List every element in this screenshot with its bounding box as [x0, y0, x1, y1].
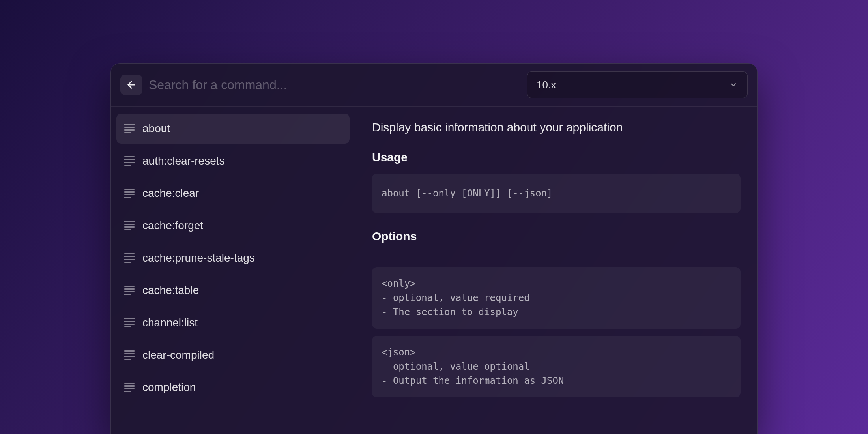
- command-detail-pane: Display basic information about your app…: [355, 107, 757, 425]
- list-lines-icon: [124, 350, 135, 360]
- list-lines-icon: [124, 156, 135, 166]
- sidebar-item-label: cache:forget: [142, 219, 203, 232]
- option-block: <json> - optional, value optional - Outp…: [372, 336, 741, 397]
- content-area: aboutauth:clear-resetscache:clearcache:f…: [111, 107, 757, 425]
- version-select[interactable]: 10.x: [527, 71, 748, 98]
- sidebar-item-label: cache:clear: [142, 187, 199, 200]
- sidebar-item-command[interactable]: clear-compiled: [116, 340, 350, 370]
- sidebar-item-label: clear-compiled: [142, 349, 214, 361]
- sidebar-item-command[interactable]: auth:clear-resets: [116, 146, 350, 176]
- sidebar-item-command[interactable]: channel:list: [116, 308, 350, 338]
- options-heading: Options: [372, 230, 741, 243]
- sidebar-item-command[interactable]: about: [116, 114, 350, 144]
- sidebar-item-label: cache:table: [142, 284, 199, 297]
- sidebar-item-command[interactable]: completion: [116, 372, 350, 402]
- options-divider: [372, 253, 741, 253]
- header-bar: 10.x: [111, 64, 757, 107]
- list-lines-icon: [124, 189, 135, 198]
- list-lines-icon: [124, 221, 135, 230]
- sidebar-item-label: completion: [142, 381, 196, 394]
- version-selected-value: 10.x: [537, 79, 556, 91]
- sidebar-item-label: about: [142, 122, 170, 135]
- command-sidebar: aboutauth:clear-resetscache:clearcache:f…: [111, 107, 355, 425]
- command-palette-window: 10.x aboutauth:clear-resetscache:clearca…: [110, 63, 758, 434]
- sidebar-item-label: auth:clear-resets: [142, 155, 225, 167]
- back-button[interactable]: [120, 75, 142, 95]
- list-lines-icon: [124, 286, 135, 295]
- option-block: <only> - optional, value required - The …: [372, 267, 741, 329]
- sidebar-item-command[interactable]: cache:table: [116, 275, 350, 305]
- list-lines-icon: [124, 383, 135, 392]
- list-lines-icon: [124, 318, 135, 327]
- list-lines-icon: [124, 124, 135, 133]
- search-input[interactable]: [149, 78, 520, 92]
- arrow-left-icon: [126, 79, 137, 90]
- list-lines-icon: [124, 253, 135, 263]
- usage-code-block: about [--only [ONLY]] [--json]: [372, 174, 741, 213]
- sidebar-item-label: channel:list: [142, 316, 198, 329]
- sidebar-item-command[interactable]: cache:clear: [116, 178, 350, 208]
- usage-heading: Usage: [372, 151, 741, 164]
- sidebar-item-command[interactable]: cache:forget: [116, 211, 350, 241]
- sidebar-item-label: cache:prune-stale-tags: [142, 252, 255, 264]
- chevron-down-icon: [729, 80, 738, 89]
- command-description: Display basic information about your app…: [372, 121, 741, 134]
- sidebar-item-command[interactable]: cache:prune-stale-tags: [116, 243, 350, 273]
